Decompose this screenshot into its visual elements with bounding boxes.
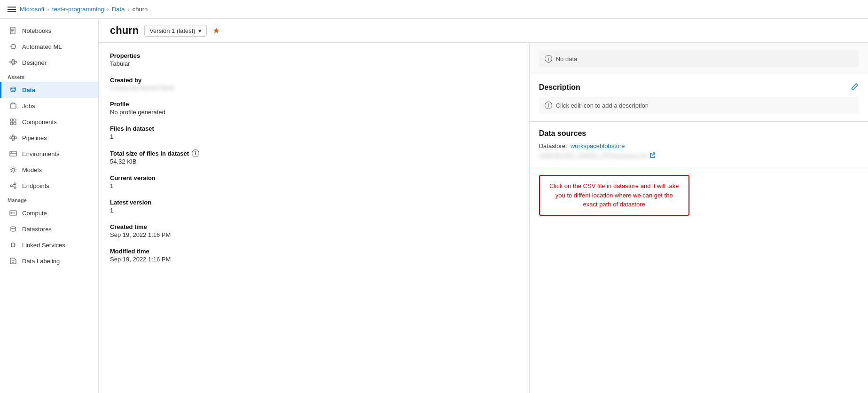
- description-hint: i Click edit icon to add a description: [539, 97, 859, 114]
- svg-rect-9: [10, 61, 12, 63]
- data-sources-title: Data sources: [539, 129, 586, 138]
- modified-time-block: Modified time Sep 19, 2022 1:16 PM: [110, 248, 518, 263]
- sidebar-item-datastores[interactable]: Datastores: [0, 221, 98, 237]
- breadcrumb: Microsoft › test-r-programming › Data › …: [20, 6, 148, 13]
- right-column: i No data Description: [530, 43, 868, 393]
- star-button[interactable]: ★: [212, 25, 220, 36]
- datasource-path-blurred: UI/99-99-2022_094526_UTC/insurance.csv: [539, 153, 648, 159]
- datasource-external-link[interactable]: [649, 152, 655, 159]
- profile-block: Profile No profile generated: [110, 101, 518, 116]
- sidebar-item-designer[interactable]: Designer: [0, 55, 98, 71]
- sidebar-item-components-label: Components: [22, 118, 57, 126]
- sidebar-item-automated-ml[interactable]: Automated ML: [0, 39, 98, 55]
- dropdown-chevron-icon: ▾: [198, 27, 202, 34]
- no-data-row: i No data: [539, 50, 859, 67]
- data-sources-header: Data sources: [539, 129, 859, 138]
- datastore-label-row: Datastore: workspaceblobstore: [539, 142, 859, 149]
- sidebar-item-linked-services-label: Linked Services: [22, 242, 65, 249]
- callout-text: Click on the CSV file in datastore and i…: [549, 182, 679, 208]
- current-version-value: 1: [110, 182, 518, 189]
- breadcrumb-workspace[interactable]: test-r-programming: [52, 6, 104, 13]
- description-header: Description: [539, 83, 859, 92]
- files-value: 1: [110, 133, 518, 140]
- description-section: Description i Click edit icon to add a d…: [530, 75, 868, 122]
- models-icon: [9, 165, 17, 174]
- svg-point-16: [11, 87, 16, 89]
- top-bar: Microsoft › test-r-programming › Data › …: [0, 0, 868, 19]
- two-column-layout: Properties Tabular Created by Created By…: [99, 43, 868, 393]
- edit-description-button[interactable]: [851, 83, 859, 92]
- hamburger-menu[interactable]: [8, 7, 16, 12]
- sidebar-item-automated-ml-label: Automated ML: [22, 43, 62, 50]
- designer-icon: [9, 58, 17, 67]
- automl-icon: [9, 42, 17, 51]
- sidebar-item-data-labeling-label: Data Labeling: [22, 258, 60, 265]
- latest-version-value: 1: [110, 207, 518, 214]
- total-size-label: Total size of files in dataset: [110, 150, 189, 157]
- sidebar-item-data[interactable]: Data: [0, 82, 98, 98]
- sidebar-item-components[interactable]: Components: [0, 114, 98, 130]
- created-time-value: Sep 19, 2022 1:16 PM: [110, 231, 518, 238]
- sidebar: Notebooks Automated ML Designer Assets: [0, 19, 99, 393]
- svg-rect-19: [14, 119, 16, 121]
- callout-box: Click on the CSV file in datastore and i…: [539, 175, 689, 216]
- data-labeling-icon: [9, 257, 17, 265]
- svg-rect-30: [10, 151, 16, 156]
- sidebar-item-environments[interactable]: Environments: [0, 146, 98, 162]
- svg-point-34: [10, 185, 12, 187]
- sidebar-item-jobs-label: Jobs: [22, 102, 35, 110]
- svg-rect-20: [10, 122, 13, 125]
- svg-point-42: [11, 227, 16, 228]
- total-size-block: Total size of files in dataset i 54.32 K…: [110, 149, 518, 165]
- sidebar-item-environments-label: Environments: [22, 150, 59, 157]
- page-header: churn Version 1 (latest) ▾ ★: [99, 19, 868, 43]
- svg-rect-24: [12, 139, 14, 141]
- sidebar-item-pipelines[interactable]: Pipelines: [0, 130, 98, 146]
- sidebar-item-models[interactable]: Models: [0, 162, 98, 178]
- sidebar-item-linked-services[interactable]: Linked Services: [0, 237, 98, 253]
- sidebar-item-data-labeling[interactable]: Data Labeling: [0, 253, 98, 269]
- total-size-info-icon: i: [192, 149, 199, 157]
- created-by-value: Created By Blurred Name: [110, 85, 518, 91]
- sidebar-item-pipelines-label: Pipelines: [22, 134, 47, 141]
- properties-value: Tabular: [110, 60, 518, 67]
- profile-value: No profile generated: [110, 109, 518, 116]
- sidebar-item-endpoints[interactable]: Endpoints: [0, 178, 98, 194]
- pipelines-icon: [9, 134, 17, 142]
- data-icon: [9, 86, 17, 94]
- sidebar-item-notebooks-label: Notebooks: [22, 27, 51, 34]
- svg-line-26: [12, 136, 12, 138]
- breadcrumb-current: churn: [133, 6, 148, 13]
- breadcrumb-microsoft[interactable]: Microsoft: [20, 6, 45, 13]
- svg-line-45: [652, 153, 654, 156]
- svg-line-28: [14, 136, 15, 138]
- svg-line-27: [12, 138, 12, 140]
- modified-time-label: Modified time: [110, 248, 518, 255]
- manage-section-label: Manage: [0, 194, 98, 205]
- created-time-label: Created time: [110, 223, 518, 230]
- linked-services-icon: [9, 241, 17, 249]
- left-column: Properties Tabular Created by Created By…: [99, 43, 530, 393]
- version-dropdown[interactable]: Version 1 (latest) ▾: [144, 25, 207, 37]
- svg-point-41: [11, 212, 12, 213]
- sidebar-item-compute[interactable]: Compute: [0, 205, 98, 221]
- compute-icon: [9, 209, 17, 217]
- version-label: Version 1 (latest): [149, 27, 195, 34]
- sidebar-item-models-label: Models: [22, 166, 42, 173]
- datastores-icon: [9, 225, 17, 233]
- total-size-value: 54.32 KiB: [110, 158, 518, 165]
- created-time-block: Created time Sep 19, 2022 1:16 PM: [110, 223, 518, 238]
- svg-line-29: [14, 138, 15, 140]
- assets-section-label: Assets: [0, 71, 98, 82]
- desc-hint-info-icon: i: [545, 102, 552, 109]
- sidebar-item-notebooks[interactable]: Notebooks: [0, 23, 98, 39]
- created-by-block: Created by Created By Blurred Name: [110, 77, 518, 91]
- files-block: Files in dataset 1: [110, 125, 518, 140]
- sidebar-item-jobs[interactable]: Jobs: [0, 98, 98, 114]
- modified-time-value: Sep 19, 2022 1:16 PM: [110, 256, 518, 263]
- description-title: Description: [539, 83, 580, 92]
- datastore-link[interactable]: workspaceblobstore: [571, 142, 625, 149]
- svg-point-33: [12, 168, 15, 171]
- breadcrumb-data[interactable]: Data: [112, 6, 125, 13]
- latest-version-block: Latest version 1: [110, 199, 518, 214]
